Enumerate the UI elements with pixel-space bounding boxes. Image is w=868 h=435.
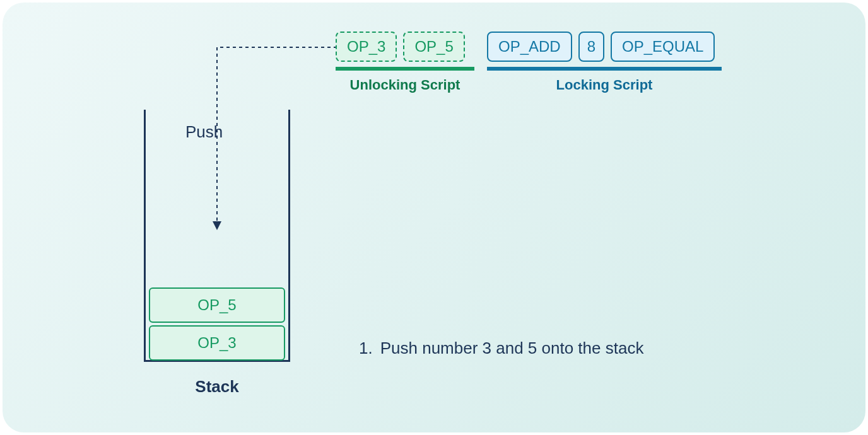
push-arrow [211,44,368,239]
op-token: 8 [578,32,604,62]
locking-label: Locking Script [487,77,722,93]
op-token: OP_EQUAL [611,32,715,62]
op-token: OP_3 [336,32,397,62]
locking-underline [487,67,722,71]
op-token: OP_ADD [487,32,572,62]
diagram-canvas: Stack Push OP_5 OP_3 OP_3 OP_5 Unlocking… [3,3,865,432]
locking-script: OP_ADD 8 OP_EQUAL [487,32,715,62]
step-description: 1.Push number 3 and 5 onto the stack [359,339,643,358]
stack-item: OP_5 [149,287,285,323]
step-text: Push number 3 and 5 onto the stack [380,339,644,357]
unlocking-script: OP_3 OP_5 [336,32,465,62]
unlocking-underline [336,67,474,71]
stack-label: Stack [144,377,290,397]
svg-marker-0 [213,221,221,230]
step-number: 1. [359,339,373,357]
op-token: OP_5 [403,32,464,62]
stack-items: OP_5 OP_3 [149,285,285,361]
unlocking-label: Unlocking Script [336,77,474,93]
stack-item: OP_3 [149,325,285,361]
